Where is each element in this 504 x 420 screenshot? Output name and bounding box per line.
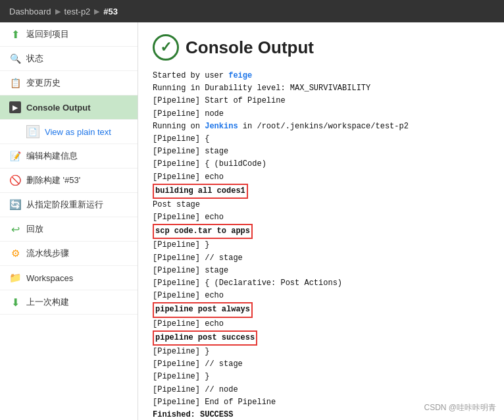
highlight-scp-code: scp code.tar to apps — [153, 224, 253, 239]
watermark: CSDN @哇咔咔明青 — [424, 402, 496, 413]
console-line-20: [Pipeline] echo — [153, 318, 490, 330]
sidebar-label-prev-build: 上一次构建 — [26, 296, 69, 308]
sidebar-label-restart: 从指定阶段重新运行 — [26, 199, 103, 211]
breadcrumb-project[interactable]: test-p2 — [64, 7, 91, 16]
sidebar-item-edit-build-info[interactable]: 📝 编辑构建信息 — [0, 144, 138, 169]
console-line-7: [Pipeline] stage — [153, 145, 490, 158]
sidebar-label-pipeline-steps: 流水线步骤 — [26, 248, 69, 259]
console-line-13: scp code.tar to apps — [153, 224, 490, 239]
sidebar-label-plain-text: View as plain text — [45, 127, 111, 137]
replay-icon: ↩ — [9, 223, 21, 235]
magnifier-icon: 🔍 — [9, 53, 21, 65]
jenkins-link[interactable]: Jenkins — [205, 122, 238, 131]
sidebar-label-edit-build: 编辑构建信息 — [26, 150, 78, 162]
highlight-post-success: pipeline post success — [153, 330, 257, 346]
back-arrow-icon: ⬆ — [9, 28, 21, 40]
plain-text-icon: 📄 — [26, 125, 39, 138]
sidebar-item-workspaces[interactable]: 📁 Workspaces — [0, 266, 138, 290]
clipboard-icon: 📋 — [9, 77, 21, 89]
console-line-12: [Pipeline] echo — [153, 211, 490, 224]
sidebar-item-console-output[interactable]: ▶ Console Output — [0, 95, 138, 120]
console-output-title: Console Output — [186, 38, 314, 58]
console-line-14: [Pipeline] } — [153, 239, 490, 251]
console-line-23: [Pipeline] // stage — [153, 358, 490, 371]
sidebar-item-pipeline-steps[interactable]: ⚙ 流水线步骤 — [0, 242, 138, 266]
sidebar-item-replay[interactable]: ↩ 回放 — [0, 217, 138, 242]
sidebar-label-delete: 删除构建 '#53' — [26, 174, 80, 186]
main-layout: ⬆ 返回到项目 🔍 状态 📋 变更历史 ▶ Console Output 📄 V… — [0, 22, 504, 420]
sidebar-label-console: Console Output — [26, 103, 91, 113]
down-arrow-icon: ⬇ — [9, 296, 21, 308]
console-line-15: [Pipeline] // stage — [153, 252, 490, 265]
gear-icon: ⚙ — [9, 248, 21, 259]
sidebar-item-back-to-project[interactable]: ⬆ 返回到项目 — [0, 22, 138, 47]
console-line-5: Running on Jenkins in /root/.jenkins/wor… — [153, 120, 490, 133]
breadcrumb-chevron-2: ▶ — [94, 7, 99, 16]
content-area: ✓ Console Output Started by user feige R… — [138, 22, 504, 420]
console-icon: ▶ — [9, 101, 21, 113]
console-line-1: Started by user feige — [153, 70, 490, 82]
breadcrumb-build[interactable]: #53 — [103, 7, 118, 16]
console-line-2: Running in Durability level: MAX_SURVIVA… — [153, 82, 490, 95]
console-line-8: [Pipeline] { (buildCode) — [153, 158, 490, 171]
top-navigation-bar: Dashboard ▶ test-p2 ▶ #53 — [0, 0, 504, 22]
sidebar-label-change-history: 变更历史 — [26, 77, 61, 89]
folder-icon: 📁 — [9, 272, 21, 284]
console-line-9: [Pipeline] echo — [153, 171, 490, 184]
console-line-24: [Pipeline] } — [153, 371, 490, 383]
console-line-10: building all codes1 — [153, 184, 490, 199]
sidebar: ⬆ 返回到项目 🔍 状态 📋 变更历史 ▶ Console Output 📄 V… — [0, 22, 138, 420]
sidebar-item-status[interactable]: 🔍 状态 — [0, 47, 138, 71]
delete-icon: 🚫 — [9, 174, 21, 186]
console-line-25: [Pipeline] // node — [153, 384, 490, 396]
edit-icon: 📝 — [9, 150, 21, 162]
console-line-18: [Pipeline] echo — [153, 290, 490, 302]
sidebar-label-back: 返回到项目 — [26, 28, 69, 40]
console-line-16: [Pipeline] stage — [153, 265, 490, 277]
console-output-body: Started by user feige Running in Durabil… — [153, 70, 490, 420]
console-line-21: pipeline post success — [153, 330, 490, 346]
sidebar-item-delete-build[interactable]: 🚫 删除构建 '#53' — [0, 169, 138, 193]
sidebar-item-view-plain-text[interactable]: 📄 View as plain text — [0, 120, 138, 144]
success-check-icon: ✓ — [153, 34, 179, 61]
restart-icon: 🔄 — [9, 199, 21, 211]
console-line-19: pipeline post always — [153, 302, 490, 317]
user-feige-link[interactable]: feige — [228, 71, 252, 80]
sidebar-label-status: 状态 — [26, 53, 43, 65]
sidebar-label-workspaces: Workspaces — [26, 273, 73, 283]
sidebar-label-replay: 回放 — [26, 223, 43, 235]
sidebar-item-restart-from-stage[interactable]: 🔄 从指定阶段重新运行 — [0, 193, 138, 217]
console-line-17: [Pipeline] { (Declarative: Post Actions) — [153, 277, 490, 290]
breadcrumb-dashboard[interactable]: Dashboard — [9, 7, 51, 16]
console-line-6: [Pipeline] { — [153, 133, 490, 145]
console-line-4: [Pipeline] node — [153, 108, 490, 120]
highlight-building-codes: building all codes1 — [153, 184, 248, 199]
sidebar-item-change-history[interactable]: 📋 变更历史 — [0, 71, 138, 95]
breadcrumb-chevron-1: ▶ — [55, 7, 61, 16]
console-line-3: [Pipeline] Start of Pipeline — [153, 95, 490, 107]
console-line-22: [Pipeline] } — [153, 346, 490, 358]
highlight-post-always: pipeline post always — [153, 302, 253, 317]
sidebar-item-prev-build[interactable]: ⬇ 上一次构建 — [0, 290, 138, 315]
console-header: ✓ Console Output — [153, 34, 490, 61]
console-line-11: Post stage — [153, 199, 490, 211]
